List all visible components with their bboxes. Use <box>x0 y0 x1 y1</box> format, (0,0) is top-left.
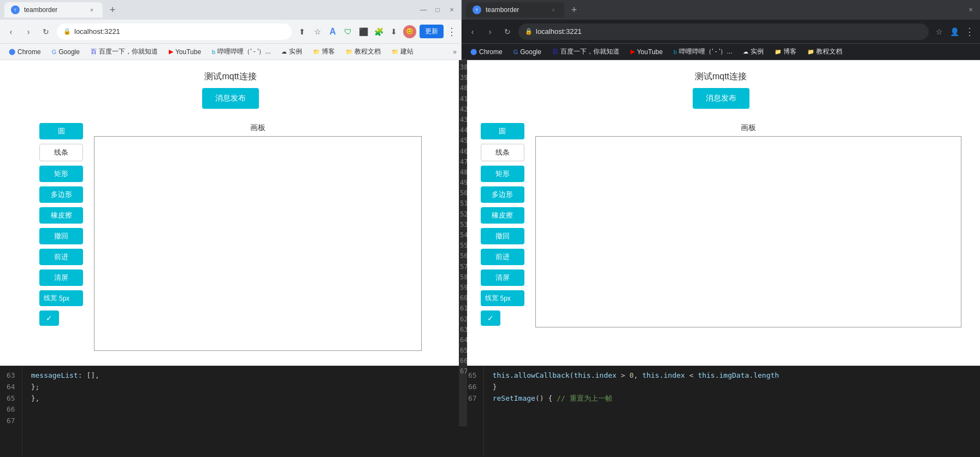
ext-icon-download-left[interactable]: ⬇ <box>388 26 400 38</box>
bookmark-chrome-right[interactable]: ⬤ Chrome <box>466 47 507 57</box>
bookmark-label-baidu-left: 百度一下，你就知道 <box>99 47 158 56</box>
eraser-btn-left[interactable]: 橡皮擦 <box>39 207 83 224</box>
ext-icon-a-left[interactable]: A <box>327 26 339 38</box>
bookmark-docs-left[interactable]: 📁 教程文档 <box>341 46 385 57</box>
refresh-btn-left[interactable]: ↻ <box>39 25 52 38</box>
circle-btn-left[interactable]: 圆 <box>39 123 83 139</box>
line-btn-right[interactable]: 线条 <box>481 144 524 161</box>
bookmarks-bar-right: ⬤ Chrome G Google 百 百度一下，你就知道 ▶ YouTube … <box>462 44 980 60</box>
tab-favicon-text-left: T <box>14 8 17 13</box>
redo-btn-left[interactable]: 前进 <box>39 249 83 265</box>
bookmark-label-google-right: Google <box>520 48 541 56</box>
share-icon-left[interactable]: ⬆ <box>296 26 308 38</box>
forward-btn-left[interactable]: › <box>22 25 35 38</box>
bookmark-bilibili-left[interactable]: b 哔哩哔哩（' - '）... <box>208 46 275 57</box>
code-line-right-66: } <box>493 382 779 393</box>
minimize-btn-left[interactable]: — <box>418 5 428 15</box>
url-bar-right[interactable]: 🔒 localhost:3221 <box>518 24 929 40</box>
profile-icon-right[interactable]: 👤 <box>948 26 960 38</box>
refresh-btn-right[interactable]: ↻ <box>501 25 514 38</box>
bookmark-bilibili-right[interactable]: b 哔哩哔哩（' - '）... <box>669 46 736 57</box>
rect-btn-right[interactable]: 矩形 <box>481 166 524 182</box>
undo-btn-left[interactable]: 撤回 <box>39 228 83 244</box>
bookmark-youtube-right[interactable]: ▶ YouTube <box>626 47 667 57</box>
back-btn-left[interactable]: ‹ <box>4 25 17 38</box>
bookmark-youtube-left[interactable]: ▶ YouTube <box>164 47 205 57</box>
bookmark-blog-left[interactable]: 📁 博客 <box>309 46 339 57</box>
bookmark-label-blog-right: 博客 <box>783 47 796 56</box>
bookmark-label-example-right: 实例 <box>751 47 764 56</box>
circle-btn-right[interactable]: 圆 <box>481 123 524 139</box>
code-line-right-65: this.allowCallback(this.index > 0, this.… <box>493 370 779 382</box>
line-btn-left[interactable]: 线条 <box>39 144 83 161</box>
url-text-left: localhost:3221 <box>74 27 120 36</box>
publish-btn-right[interactable]: 消息发布 <box>693 88 749 109</box>
bookmark-blog-right[interactable]: 📁 博客 <box>770 46 801 57</box>
undo-btn-right[interactable]: 撤回 <box>481 228 524 244</box>
drawing-canvas-right[interactable] <box>535 136 961 327</box>
polygon-btn-left[interactable]: 多边形 <box>39 186 83 203</box>
star-icon-right[interactable]: ☆ <box>933 26 945 38</box>
ext-icon-color-left[interactable]: ⬛ <box>357 26 369 38</box>
drawing-canvas-left[interactable] <box>94 136 422 351</box>
color-btn-left[interactable]: ✓ <box>39 310 59 326</box>
clear-btn-right[interactable]: 清屏 <box>481 269 524 286</box>
bookmark-baidu-right[interactable]: 百 百度一下，你就知道 <box>548 46 624 57</box>
eraser-btn-right[interactable]: 橡皮擦 <box>481 207 524 224</box>
maximize-btn-left[interactable]: □ <box>433 5 442 15</box>
new-tab-btn-right[interactable]: + <box>566 2 582 17</box>
update-btn-left[interactable]: 更新 <box>420 25 444 38</box>
tab-close-left[interactable]: × <box>87 5 96 14</box>
avatar-left[interactable]: 😊 <box>403 25 416 38</box>
bookmark-label-bilibili-right: 哔哩哔哩（' - '）... <box>679 47 732 56</box>
tab-close-right[interactable]: × <box>549 5 558 14</box>
bookmark-google-right[interactable]: G Google <box>509 47 546 57</box>
line-width-label-left: 线宽 <box>44 294 57 303</box>
close-btn-left[interactable]: × <box>447 5 457 15</box>
star-icon-left[interactable]: ☆ <box>311 26 323 38</box>
code-area-right: 65 66 67 this.allowCallback(this.index >… <box>462 366 980 457</box>
tab-right[interactable]: T teamborder × <box>466 2 564 17</box>
back-btn-right[interactable]: ‹ <box>466 25 479 38</box>
line-width-btn-right[interactable]: 线宽 5px <box>481 290 524 306</box>
url-bar-left[interactable]: 🔒 localhost:3221 <box>57 24 292 40</box>
ext-icon-puzzle-left[interactable]: 🧩 <box>373 26 385 38</box>
baidu-icon-right: 百 <box>552 48 558 56</box>
bookmark-google-left[interactable]: G Google <box>48 47 84 57</box>
canvas-area-left: 圆 线条 矩形 多边形 橡皮擦 撤回 前进 清屏 线宽 5px ✓ 画板 <box>39 123 422 351</box>
chrome-icon-left: ⬤ <box>9 48 15 55</box>
clear-btn-left[interactable]: 清屏 <box>39 269 83 286</box>
code-line-63: messageList <box>31 371 78 379</box>
forward-btn-right[interactable]: › <box>483 25 497 38</box>
more-btn-left[interactable]: ⋮ <box>447 26 457 38</box>
toolbar-icons-right: ☆ 👤 ⋮ <box>933 26 976 38</box>
ext-icon-shield-left[interactable]: 🛡 <box>342 26 354 38</box>
rect-btn-left[interactable]: 矩形 <box>39 166 83 182</box>
more-icon-right[interactable]: ⋮ <box>964 26 976 38</box>
bookmark-docs-right[interactable]: 📁 教程文档 <box>803 46 847 57</box>
line-width-btn-left[interactable]: 线宽 5px <box>39 290 83 306</box>
tab-left[interactable]: T teamborder × <box>4 2 103 17</box>
tab-title-left: teamborder <box>24 6 57 14</box>
page-title-area-left: 测试mqtt连接 消息发布 <box>202 71 259 120</box>
bookmark-baidu-left[interactable]: 百 百度一下，你就知道 <box>86 46 162 57</box>
url-text-right: localhost:3221 <box>536 27 582 36</box>
bookmark-example-right[interactable]: ☁ 实例 <box>739 46 768 57</box>
bookmark-site-left[interactable]: 📁 建站 <box>387 46 418 57</box>
bookmarks-bar-left: ⬤ Chrome G Google 百 百度一下，你就知道 ▶ YouTube … <box>0 44 461 60</box>
publish-btn-left[interactable]: 消息发布 <box>202 88 259 109</box>
canvas-container-left: 画板 <box>94 123 422 351</box>
color-check-right: ✓ <box>487 314 494 323</box>
bilibili-icon-right: b <box>674 49 677 55</box>
polygon-btn-right[interactable]: 多边形 <box>481 186 524 203</box>
bookmark-chrome-left[interactable]: ⬤ Chrome <box>4 47 45 57</box>
bookmark-example-left[interactable]: ☁ 实例 <box>277 46 306 57</box>
close-btn-right[interactable]: × <box>966 5 976 15</box>
bookmarks-more-left[interactable]: » <box>453 48 457 56</box>
bookmark-label-site-left: 建站 <box>400 47 414 56</box>
redo-btn-right[interactable]: 前进 <box>481 249 524 265</box>
color-btn-right[interactable]: ✓ <box>481 310 500 326</box>
new-tab-btn-left[interactable]: + <box>105 2 120 17</box>
docs-icon-right: 📁 <box>807 49 814 55</box>
tools-panel-right: 圆 线条 矩形 多边形 橡皮擦 撤回 前进 清屏 线宽 5px ✓ <box>481 123 524 326</box>
